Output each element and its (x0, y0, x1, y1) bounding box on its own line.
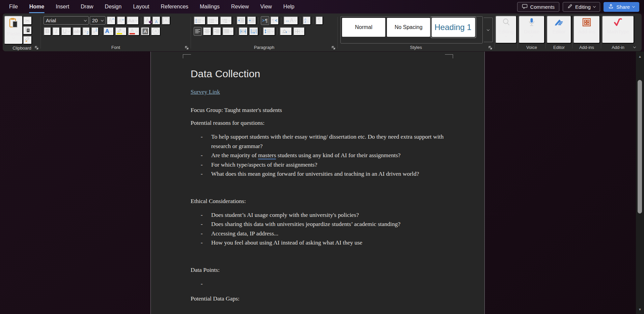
align-right-button[interactable] (213, 27, 221, 36)
character-scaling-button[interactable]: ↔A (283, 16, 298, 25)
paste-button[interactable]: Paste (4, 16, 23, 45)
align-left-button[interactable] (194, 27, 202, 36)
menu-tab-view[interactable]: View (254, 0, 277, 13)
menu-tab-draw[interactable]: Draw (75, 0, 99, 13)
list-item: -How you feel about using AI instead of … (201, 238, 445, 248)
chevron-down-icon (228, 19, 231, 21)
decrease-indent-button[interactable] (236, 16, 246, 25)
list-item: -To help support students with their ess… (201, 132, 445, 151)
style-normal[interactable]: Normal (342, 18, 385, 37)
dictate-button[interactable]: Dictate (519, 16, 545, 44)
styles-group: Normal No Spacing Heading 1 Styles (338, 13, 494, 51)
copy-button[interactable] (23, 26, 32, 35)
font-dialog-launcher[interactable] (185, 46, 189, 50)
mathtype-sqrt-icon (613, 18, 623, 28)
sort-button[interactable]: AZ↓ (303, 16, 311, 25)
change-case-button[interactable]: Aa (127, 16, 139, 25)
numbering-button[interactable]: 123 (207, 16, 219, 25)
doc-paragraph-reasons-header: Potential reasons for questions: (191, 119, 445, 126)
menu-tab-design[interactable]: Design (99, 0, 128, 13)
character-shading-button[interactable]: A (141, 27, 150, 36)
line-spacing-button[interactable] (263, 27, 275, 36)
editor-button-label: Editor (552, 29, 565, 34)
borders-button[interactable] (293, 27, 305, 36)
editing-mode-button[interactable]: Editing (563, 2, 600, 12)
phonetic-guide-button[interactable]: abcA (152, 16, 161, 25)
chevron-down-icon (230, 29, 233, 32)
multilevel-list-icon: 1ai (222, 18, 227, 23)
clipboard-dialog-launcher[interactable] (34, 46, 39, 50)
vertical-scrollbar[interactable]: ▲ ▼ (636, 52, 644, 314)
comments-button[interactable]: Comments (517, 2, 560, 12)
justify-button[interactable] (222, 27, 234, 36)
chevron-down-icon (122, 29, 125, 32)
format-painter-button[interactable] (23, 36, 32, 45)
numbering-icon: 123 (208, 18, 214, 23)
italic-button[interactable]: I (52, 27, 60, 36)
paragraph-group: 123 1ai >¶ ¶< ↔A AZ↓ ¶ (192, 13, 337, 51)
underline-button[interactable]: U (61, 27, 72, 36)
strikethrough-button[interactable]: ab (73, 27, 82, 36)
margin-crop-mark-right (445, 54, 453, 58)
share-button[interactable]: Share (604, 2, 639, 12)
menu-tab-mailings[interactable]: Mailings (194, 0, 225, 13)
scissors-icon: ✂ (25, 18, 30, 24)
bullets-icon (195, 18, 201, 23)
style-no-spacing[interactable]: No Spacing (387, 18, 430, 37)
menu-tab-file[interactable]: File (3, 0, 24, 13)
right-to-left-text-button[interactable]: ¶< (270, 16, 279, 25)
cut-button[interactable]: ✂ (23, 16, 32, 25)
shrink-font-button[interactable]: A (117, 16, 125, 25)
menu-tab-review[interactable]: Review (225, 0, 254, 13)
multilevel-list-button[interactable]: 1ai (220, 16, 232, 25)
paragraph-dialog-launcher[interactable] (331, 46, 336, 50)
menu-tab-layout[interactable]: Layout (127, 0, 155, 13)
shading-button[interactable] (280, 27, 292, 36)
survey-hyperlink[interactable]: Survey Link (191, 88, 220, 95)
distribute-text-icon (240, 29, 246, 34)
left-to-right-text-button[interactable]: >¶ (261, 16, 269, 25)
editor-button[interactable]: Editor (547, 16, 571, 44)
document-page[interactable]: Data Collection Survey Link Focus Group:… (150, 52, 485, 314)
chevron-down-icon (215, 19, 218, 21)
menu-tab-references[interactable]: References (155, 0, 194, 13)
font-size-combobox[interactable]: 20 (90, 16, 106, 25)
distribute-text-button[interactable] (239, 27, 248, 36)
menu-tab-home[interactable]: Home (24, 0, 50, 13)
scroll-up-button[interactable]: ▲ (636, 54, 644, 59)
scrollbar-thumb[interactable] (638, 80, 642, 213)
styles-gallery-more-button[interactable] (484, 18, 493, 42)
clear-formatting-button[interactable]: A (143, 16, 151, 25)
show-formatting-marks-button[interactable]: ¶ (315, 16, 323, 25)
character-shading-icon: A (142, 28, 148, 34)
character-spacing-button[interactable] (249, 27, 258, 36)
menu-tab-insert[interactable]: Insert (50, 0, 75, 13)
bullets-button[interactable] (194, 16, 206, 25)
grow-font-button[interactable]: A (107, 16, 116, 25)
copy-icon (25, 27, 30, 34)
chevron-down-icon (632, 5, 635, 7)
doc-paragraph-focus-group: Focus Group: Taught master's students (191, 107, 445, 114)
superscript-button[interactable]: x2 (91, 27, 99, 36)
align-center-button[interactable] (203, 27, 212, 36)
enclose-characters-button[interactable]: A (151, 27, 161, 36)
subscript-button[interactable]: x2 (82, 27, 90, 36)
bold-button[interactable]: B (44, 27, 51, 36)
mathtype-group: MathType Add-in (602, 13, 634, 51)
ltr-paragraph-icon: >¶ (262, 18, 268, 23)
scroll-down-button[interactable]: ▼ (636, 307, 644, 312)
dash-bullet: - (201, 132, 203, 142)
styles-dialog-launcher[interactable] (488, 46, 493, 50)
style-heading-1[interactable]: Heading 1 (432, 18, 475, 37)
chevron-down-icon (135, 29, 138, 32)
font-name-combobox[interactable]: Arial (44, 16, 89, 25)
menu-tab-help[interactable]: Help (278, 0, 300, 13)
mathtype-button[interactable]: MathType (602, 16, 634, 44)
addins-button[interactable]: Add-ins (573, 16, 600, 44)
increase-indent-button[interactable] (247, 16, 256, 25)
font-color-button[interactable]: A (128, 27, 140, 36)
text-effects-button[interactable]: A (103, 27, 114, 36)
text-highlight-button[interactable] (115, 27, 127, 36)
editing-menu-button[interactable]: Editing (495, 16, 517, 44)
character-border-button[interactable]: A (162, 16, 171, 25)
